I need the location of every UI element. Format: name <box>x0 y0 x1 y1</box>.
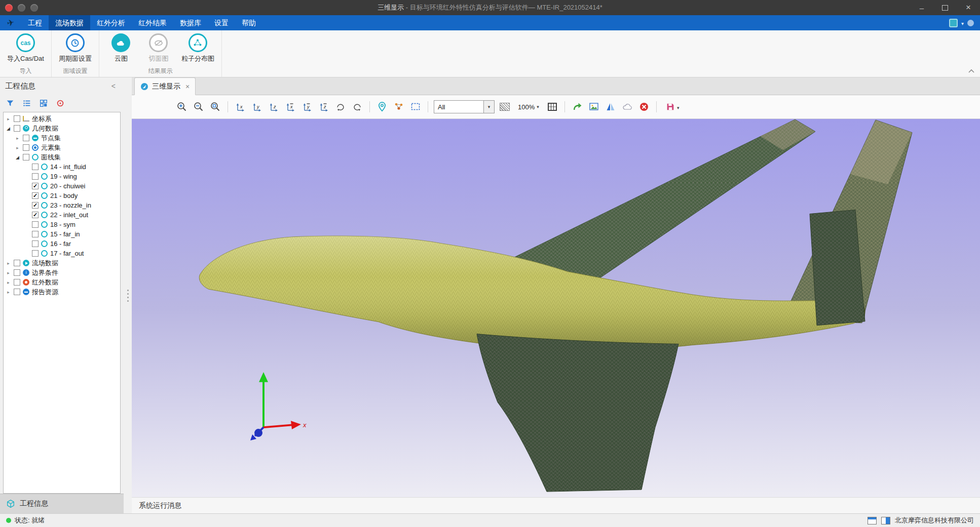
menu-item-6[interactable]: 帮助 <box>235 15 262 30</box>
quick-button-1-icon[interactable] <box>18 4 25 12</box>
chevron-down-icon[interactable] <box>961 18 964 27</box>
tree-checkbox[interactable] <box>32 164 39 170</box>
zoom-out-button[interactable] <box>192 100 205 113</box>
panel-splitter[interactable] <box>124 77 132 513</box>
tree-checkbox[interactable] <box>14 125 20 132</box>
expand-arrow-icon[interactable]: ▸ <box>6 280 11 285</box>
view-z-button[interactable]: z <box>267 100 280 113</box>
tree-checkbox[interactable]: ✓ <box>32 192 39 199</box>
tree-checkbox[interactable] <box>32 240 39 247</box>
tree-item[interactable]: ▸坐标系 <box>4 114 120 124</box>
quick-button-2-icon[interactable] <box>30 4 38 12</box>
tab-close-icon[interactable] <box>185 83 190 91</box>
tree-checkbox[interactable]: ✓ <box>32 212 39 218</box>
minimize-button[interactable] <box>910 0 933 15</box>
view-y-button[interactable]: y <box>250 100 263 113</box>
display-mode-combo[interactable]: All <box>434 100 495 113</box>
screenshot-button[interactable] <box>587 100 600 113</box>
tree-item[interactable]: 14 - int_fluid <box>4 162 120 172</box>
tree-item[interactable]: 16 - far <box>4 239 120 249</box>
tree-checkbox[interactable] <box>14 269 20 276</box>
tree-checkbox[interactable] <box>32 221 39 228</box>
tree-item[interactable]: 19 - wing <box>4 172 120 181</box>
view-neg-x-button[interactable]: x <box>284 100 297 113</box>
window-layout-icon[interactable] <box>868 517 877 524</box>
save-view-button[interactable] <box>662 100 683 113</box>
tree-item[interactable]: 17 - far_out <box>4 249 120 258</box>
tree-checkbox[interactable] <box>23 144 29 151</box>
tree-checkbox[interactable]: ✓ <box>32 183 39 189</box>
view-rotate-cw-button[interactable] <box>351 100 364 113</box>
ribbon-collapse-button[interactable] <box>968 67 975 75</box>
tree-checkbox[interactable] <box>14 279 20 286</box>
zoom-fit-button[interactable] <box>209 100 222 113</box>
ribbon-button[interactable]: 云图 <box>103 33 139 63</box>
tab-3d-view[interactable]: 三维显示 <box>134 77 196 95</box>
tree-checkbox[interactable] <box>32 173 39 180</box>
close-button[interactable] <box>957 0 980 15</box>
expand-arrow-icon[interactable]: ▸ <box>15 136 20 141</box>
tree-item[interactable]: ◢几何数据 <box>4 124 120 133</box>
combo-arrow-icon[interactable] <box>483 101 494 113</box>
locate-target-button[interactable] <box>55 98 65 108</box>
tree-item[interactable]: ▸红外数据 <box>4 277 120 287</box>
menu-item-5[interactable]: 设置 <box>208 15 235 30</box>
expand-arrow-icon[interactable]: ▸ <box>6 290 11 295</box>
viewport-canvas[interactable]: x <box>132 119 980 497</box>
locate-pin-button[interactable] <box>375 100 389 113</box>
menu-item-3[interactable]: 红外结果 <box>132 15 173 30</box>
theme-icon[interactable] <box>949 19 958 27</box>
grid-toggle-button[interactable] <box>546 100 559 113</box>
menu-item-1[interactable]: 流场数据 <box>49 15 90 30</box>
tree-item[interactable]: ✓20 - chuiwei <box>4 181 120 191</box>
expand-arrow-icon[interactable]: ▸ <box>6 270 11 275</box>
expand-arrow-icon[interactable]: ▸ <box>6 261 11 266</box>
tree-checkbox[interactable] <box>14 289 20 295</box>
tree-checkbox[interactable] <box>32 231 39 237</box>
view-x-button[interactable]: x <box>234 100 247 113</box>
tree-checkbox[interactable] <box>14 115 20 122</box>
zoom-level-dropdown[interactable]: 100% <box>515 103 542 111</box>
expand-arrow-icon[interactable]: ▸ <box>15 145 20 150</box>
panel-bottom-tab[interactable]: 工程信息 <box>0 494 124 513</box>
view-neg-z-button[interactable]: z <box>317 100 330 113</box>
list-view-button[interactable] <box>22 98 32 108</box>
menu-item-0[interactable]: 工程 <box>21 15 49 30</box>
ribbon-button[interactable]: cas导入Cas/Dat <box>4 33 47 63</box>
menu-item-4[interactable]: 数据库 <box>173 15 208 30</box>
collapse-arrow-icon[interactable]: ◢ <box>6 126 11 131</box>
split-layout-icon[interactable] <box>881 517 890 524</box>
tree-item[interactable]: 18 - sym <box>4 220 120 229</box>
tree-checkbox[interactable] <box>23 154 29 160</box>
grid-view-button[interactable] <box>39 98 49 108</box>
view-neg-y-button[interactable]: y <box>300 100 314 113</box>
cloud-display-button[interactable] <box>621 100 634 113</box>
clear-all-button[interactable] <box>637 100 651 113</box>
particle-cluster-button[interactable] <box>392 100 405 113</box>
tree-item[interactable]: ▸边界条件 <box>4 268 120 277</box>
menu-item-2[interactable]: 红外分析 <box>90 15 132 30</box>
tree-item[interactable]: ▸元素集 <box>4 143 120 152</box>
box-select-button[interactable] <box>409 100 422 113</box>
panel-collapse-button[interactable] <box>108 82 119 91</box>
help-icon[interactable] <box>967 20 974 26</box>
tree-item[interactable]: ▸报告资源 <box>4 287 120 297</box>
tree-item[interactable]: ▸流场数据 <box>4 258 120 268</box>
mirror-button[interactable] <box>604 100 617 113</box>
tree-item[interactable]: ◢面线集 <box>4 152 120 162</box>
filter-button[interactable] <box>5 98 15 108</box>
maximize-button[interactable] <box>933 0 957 15</box>
collapse-arrow-icon[interactable]: ◢ <box>15 155 20 160</box>
export-arrow-button[interactable] <box>571 100 584 113</box>
ribbon-button[interactable]: 粒子分布图 <box>178 33 217 63</box>
ribbon-button[interactable]: 周期面设置 <box>56 33 95 63</box>
view-rotate-ccw-button[interactable] <box>334 100 347 113</box>
tree-checkbox[interactable]: ✓ <box>32 202 39 209</box>
tree-item[interactable]: ▸节点集 <box>4 133 120 143</box>
tree-checkbox[interactable] <box>14 260 20 266</box>
tree-item[interactable]: 15 - far_in <box>4 229 120 239</box>
tree-item[interactable]: ✓22 - inlet_out <box>4 210 120 220</box>
dither-pattern-button[interactable] <box>498 100 511 113</box>
tree-item[interactable]: ✓21 - body <box>4 191 120 200</box>
zoom-in-button[interactable] <box>175 100 189 113</box>
